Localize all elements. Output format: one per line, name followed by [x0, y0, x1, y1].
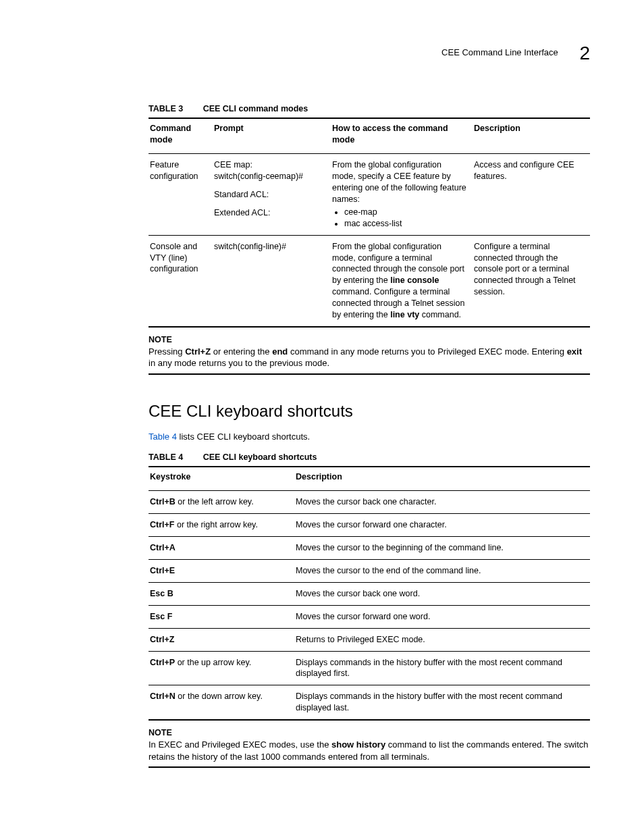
table3-title: CEE CLI command modes [203, 104, 308, 113]
table3-caption: TABLE 3 CEE CLI command modes [149, 103, 590, 115]
table3-row: Console and VTY (line) configuration swi… [149, 235, 590, 327]
keystroke-suffix: or the right arrow key. [174, 520, 257, 529]
keystroke-suffix: or the up arrow key. [175, 658, 251, 667]
table4-desc: Moves the cursor to the beginning of the… [294, 537, 590, 560]
note1-body: Pressing Ctrl+Z or entering the end comm… [149, 346, 590, 375]
table3-mode: Feature configuration [149, 154, 213, 235]
table4-keystroke: Ctrl+P or the up arrow key. [149, 651, 294, 685]
table3-h4: Description [473, 118, 590, 154]
note1: NOTE Pressing Ctrl+Z or entering the end… [149, 334, 590, 375]
table3-header-row: Command mode Prompt How to access the co… [149, 118, 590, 154]
table4-keystroke: Esc F [149, 605, 294, 628]
keystroke-bold: Ctrl+E [150, 566, 175, 575]
t3r1-b1: line console [390, 276, 439, 285]
t3r1-b2: line vty [390, 310, 419, 319]
table4-caption: TABLE 4 CEE CLI keyboard shortcuts [149, 452, 590, 463]
table4-desc: Moves the cursor forward one word. [294, 605, 590, 628]
table3-row: Feature configuration CEE map: switch(co… [149, 154, 590, 235]
prompt-block: Extended ACL: [214, 207, 325, 219]
keystroke-bold: Esc F [150, 612, 172, 621]
table4-keystroke: Ctrl+Z [149, 628, 294, 651]
running-header: CEE Command Line Interface 2 [54, 41, 590, 66]
keystroke-bold: Ctrl+A [150, 543, 176, 552]
keystroke-suffix: or the down arrow key. [176, 692, 263, 701]
table4-keystroke: Ctrl+A [149, 537, 294, 560]
table3-access: From the global configuration mode, conf… [331, 235, 473, 327]
table4-header-row: Keystroke Description [149, 467, 590, 491]
n1p1: Pressing [149, 346, 185, 357]
prompt-block: Standard ACL: [214, 189, 325, 201]
t3r1-p3: command. [419, 310, 461, 319]
keystroke-bold: Ctrl+N [150, 692, 176, 701]
keystroke-suffix: or the left arrow key. [176, 497, 254, 506]
prompt-label: Extended ACL: [214, 207, 325, 219]
table4-row: Ctrl+F or the right arrow key.Moves the … [149, 514, 590, 537]
note1-heading: NOTE [149, 334, 590, 346]
n2p1: In EXEC and Privileged EXEC modes, use t… [149, 739, 331, 750]
table4-row: Ctrl+EMoves the cursor to the end of the… [149, 560, 590, 583]
keystroke-bold: Esc B [150, 589, 173, 598]
table3-prompt: switch(config-line)# [213, 235, 331, 327]
table3-h3: How to access the command mode [331, 118, 473, 154]
n1b2: end [272, 346, 288, 357]
access-intro: From the global configuration mode, spec… [332, 160, 466, 204]
table3-access: From the global configuration mode, spec… [331, 154, 473, 235]
table3-desc: Access and configure CEE features. [473, 154, 590, 235]
table4-row: Esc FMoves the cursor forward one word. [149, 605, 590, 628]
n1b3: exit [567, 346, 582, 357]
table3-desc: Configure a terminal connected through t… [473, 235, 590, 327]
table3-h2: Prompt [213, 118, 331, 154]
feature-list: cee-map mac access-list [332, 207, 467, 230]
table4-h1: Keystroke [149, 467, 294, 491]
table4-row: Ctrl+B or the left arrow key.Moves the c… [149, 491, 590, 514]
table4-link[interactable]: Table 4 [149, 432, 177, 442]
n1p2: or entering the [211, 346, 272, 357]
n1p3: command in any mode returns you to Privi… [288, 346, 566, 357]
n2b1: show history [331, 739, 385, 750]
table4-row: Esc BMoves the cursor back one word. [149, 582, 590, 605]
table4-row: Ctrl+AMoves the cursor to the beginning … [149, 537, 590, 560]
keystroke-bold: Ctrl+P [150, 658, 175, 667]
feature-item: cee-map [344, 207, 467, 218]
table4-desc: Moves the cursor to the end of the comma… [294, 560, 590, 583]
prompt-block: CEE map: switch(config-ceemap)# [214, 159, 325, 182]
prompt-value: switch(config-ceemap)# [214, 171, 325, 182]
table4-row: Ctrl+N or the down arrow key.Displays co… [149, 685, 590, 720]
note2-heading: NOTE [149, 727, 590, 739]
keystroke-bold: Ctrl+F [150, 520, 174, 529]
table4-row: Ctrl+ZReturns to Privileged EXEC mode. [149, 628, 590, 651]
table4-h2: Description [294, 467, 590, 491]
table4-desc: Returns to Privileged EXEC mode. [294, 628, 590, 651]
prompt-label: Standard ACL: [214, 189, 325, 201]
table4-keystroke: Ctrl+E [149, 560, 294, 583]
table3: Command mode Prompt How to access the co… [149, 118, 590, 328]
content-area: TABLE 3 CEE CLI command modes Command mo… [149, 103, 590, 768]
page: CEE Command Line Interface 2 TABLE 3 CEE… [0, 0, 644, 834]
table4: Keystroke Description Ctrl+B or the left… [149, 466, 590, 721]
n1b1: Ctrl+Z [185, 346, 211, 357]
feature-item: mac access-list [344, 218, 467, 230]
note2: NOTE In EXEC and Privileged EXEC modes, … [149, 727, 590, 768]
table3-label: TABLE 3 [149, 104, 183, 113]
table4-desc: Displays commands in the history buffer … [294, 651, 590, 685]
table3-mode: Console and VTY (line) configuration [149, 235, 213, 327]
table4-desc: Displays commands in the history buffer … [294, 685, 590, 720]
note2-body: In EXEC and Privileged EXEC modes, use t… [149, 739, 590, 768]
table3-h1: Command mode [149, 118, 213, 154]
table4-desc: Moves the cursor back one character. [294, 491, 590, 514]
table3-prompt: CEE map: switch(config-ceemap)# Standard… [213, 154, 331, 235]
keystroke-bold: Ctrl+Z [150, 635, 174, 644]
running-title: CEE Command Line Interface [441, 47, 558, 59]
keystroke-bold: Ctrl+B [150, 497, 176, 506]
table4-keystroke: Ctrl+F or the right arrow key. [149, 514, 294, 537]
table4-keystroke: Esc B [149, 582, 294, 605]
table4-label: TABLE 4 [149, 452, 183, 462]
prompt-label: CEE map: [214, 159, 325, 171]
n1p4: in any mode returns you to the previous … [149, 358, 329, 368]
table4-row: Ctrl+P or the up arrow key.Displays comm… [149, 651, 590, 685]
section-intro: Table 4 lists CEE CLI keyboard shortcuts… [149, 431, 590, 443]
table4-title: CEE CLI keyboard shortcuts [203, 452, 317, 462]
table4-keystroke: Ctrl+B or the left arrow key. [149, 491, 294, 514]
section-intro-rest: lists CEE CLI keyboard shortcuts. [177, 432, 310, 442]
table4-keystroke: Ctrl+N or the down arrow key. [149, 685, 294, 720]
